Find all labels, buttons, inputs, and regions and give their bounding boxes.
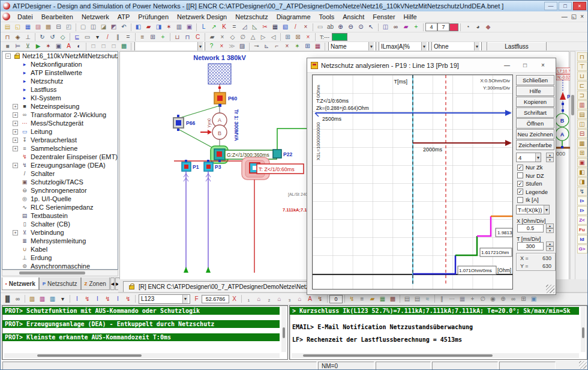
p22-device[interactable] (273, 150, 281, 158)
expander-icon[interactable]: + (13, 121, 18, 126)
sequence-matrix-icon[interactable]: ▩ (388, 294, 398, 303)
clean-up-icon[interactable]: ◆ (483, 23, 493, 32)
dim-zero-icon[interactable]: ∅ (478, 294, 488, 303)
open-icon[interactable]: ◱ (13, 23, 23, 32)
grid-k-icon[interactable]: ▧ (280, 23, 290, 32)
paste-icon[interactable]: ◪ (98, 23, 109, 32)
checkbox-legende[interactable]: ✓Legende (517, 188, 548, 196)
mdi-minimize-button[interactable]: — (562, 13, 568, 20)
lastfluss-button[interactable]: Lastfluss (487, 42, 547, 51)
window-grid-icon[interactable]: ◨ (154, 23, 164, 32)
checkbox-nur-zk[interactable]: ✓Nur Zk (517, 163, 548, 172)
zoom-out-icon[interactable]: ⊖ (346, 23, 356, 32)
tree-item-sammelschiene[interactable]: +≡Sammelschiene (2, 144, 118, 153)
new-sheet-icon[interactable]: ▢ (78, 23, 88, 32)
palette-device-9-icon[interactable]: ◨ (577, 177, 587, 186)
spark-icon[interactable]: ✶ (43, 42, 53, 51)
fault-phase-combo[interactable]: L123▾ (139, 294, 190, 304)
diagram-b-icon[interactable]: ◺ (250, 23, 260, 32)
expander-icon[interactable]: + (13, 163, 18, 168)
tree-item-textbaustein[interactable]: ▤Textbaustein (2, 211, 118, 220)
ground-tool-icon[interactable]: ⊥ (23, 32, 33, 41)
draw-line-icon[interactable]: / (103, 32, 113, 41)
diamond-tool-icon[interactable]: ◇ (227, 32, 238, 41)
box-3-icon[interactable]: □ (109, 42, 119, 51)
dim-target-icon[interactable]: ◉ (488, 294, 498, 303)
tree-item-netzschutz[interactable]: ▸Netzschutz (2, 77, 118, 85)
panel-icon[interactable]: ▥ (174, 23, 184, 32)
network-source-symbol[interactable] (208, 64, 231, 84)
menu-atp[interactable]: ATP (113, 12, 134, 22)
checkbox-box[interactable] (517, 172, 523, 178)
menu-hilfe[interactable]: Hilfe (400, 12, 421, 22)
mode-combo[interactable]: T=f(X(Ik)) ▾ (516, 205, 550, 214)
tree-item-schalter[interactable]: /Schalter (2, 169, 118, 178)
schliessen-button[interactable]: Schließen (516, 75, 554, 85)
tree-item-schalter-cb[interactable]: ▯Schalter (CB) (2, 220, 118, 228)
shape-menu-icon[interactable]: ▾ (92, 32, 103, 41)
pattern-box-icon[interactable]: ▩ (119, 42, 129, 51)
fault-3pol-icon[interactable]: ₃ (284, 294, 295, 303)
relay-ground-icon[interactable]: G> (577, 244, 587, 253)
diagram-a-icon[interactable]: ◿ (239, 23, 250, 32)
expander-icon[interactable]: + (13, 146, 18, 151)
mdi-restore-button[interactable]: ◱ (571, 13, 577, 20)
minimize-button[interactable]: — (544, 2, 557, 10)
pair-bars-icon[interactable]: ▐▌ (2, 294, 13, 303)
impedance-time-chart[interactable]: T[ms] X:0.5Ohm/Div Y:300ms/Div 0Ohm X1L=… (312, 74, 513, 290)
checkbox-box[interactable] (517, 197, 523, 203)
relay-fuse-icon[interactable]: Fu (577, 225, 587, 234)
kopieren-button[interactable]: Kopieren (516, 97, 554, 107)
tool-b-icon[interactable]: ✶ (292, 42, 302, 51)
fault-marker-icon[interactable]: F (191, 294, 202, 303)
checkbox-box[interactable]: ✓ (517, 165, 523, 171)
protection-menu-icon[interactable]: ▾ (58, 294, 68, 303)
device-tool-icon[interactable]: ◈ (13, 32, 23, 41)
polygon-tool-icon[interactable]: ◇ (58, 32, 68, 41)
tree-item-atp-einstellwerte[interactable]: ▸ATP Einstellwerte (2, 68, 118, 77)
zoom-in-icon[interactable]: ⊕ (335, 23, 346, 32)
mdi-close-button[interactable]: × (580, 13, 584, 20)
cut-net-icon[interactable]: ✂ (260, 23, 270, 32)
dropdown-arrow-icon[interactable]: ▾ (368, 42, 374, 50)
crosshair-icon[interactable]: + (411, 23, 421, 32)
help-run-icon[interactable]: ? (206, 42, 217, 51)
simulation-status-swatch[interactable] (332, 33, 347, 41)
remove-item-icon[interactable]: × (217, 32, 227, 41)
checkbox-nur-dz[interactable]: Nur DZ (517, 172, 548, 180)
relay-distance-icon[interactable]: Z< (577, 216, 587, 225)
tree-item-verbindung[interactable]: +⊻Verbindung (2, 228, 118, 237)
tree-item-leitung[interactable]: +▭Leitung (2, 127, 118, 136)
hilfe-button[interactable]: Hilfe (516, 86, 554, 96)
palette-device-5-icon[interactable]: ▦ (577, 139, 587, 148)
console-hscrollbar[interactable] (4, 353, 280, 358)
close-button[interactable]: × (573, 2, 586, 10)
tree-item-ki-system[interactable]: ▸KI-System (2, 94, 118, 102)
palette-device-4-icon[interactable]: ⊟ (577, 129, 587, 138)
trip-b-icon[interactable]: ↯ (103, 294, 113, 303)
t-div-field[interactable]: 300 (517, 242, 544, 250)
rotate-left-icon[interactable]: ◔ (463, 23, 473, 32)
protection-c-icon[interactable]: ▥ (47, 294, 58, 303)
expander-icon[interactable]: + (13, 230, 18, 235)
import-icon[interactable]: ▨ (33, 23, 43, 32)
print-preview-icon[interactable]: ◰ (64, 23, 74, 32)
undo-icon[interactable]: ↶ (119, 23, 129, 32)
palette-device-6-icon[interactable]: ⊞ (577, 148, 587, 157)
duplicate-icon[interactable]: ◩ (109, 23, 119, 32)
draw-color-swatch[interactable] (449, 23, 458, 31)
save-icon[interactable]: ▦ (23, 23, 33, 32)
palette-bus-2-icon[interactable]: ⊤ (577, 62, 587, 71)
find-device-icon[interactable]: ∞ (13, 294, 23, 303)
matrix-icon[interactable]: ▦ (270, 23, 280, 32)
dialog-titlebar[interactable]: Netzschutz analysieren - P19 : Line 13 [… (307, 58, 556, 73)
scroll-thumb[interactable] (283, 327, 285, 338)
add-grid-icon[interactable]: ⊞ (302, 42, 313, 51)
zoom-level-field[interactable]: 4 (425, 23, 437, 31)
tree-item-kabel[interactable]: ∪Kabel (2, 245, 118, 253)
expander-icon[interactable]: + (13, 104, 18, 109)
dim-box-icon[interactable]: ⊞ (518, 294, 529, 303)
panel-b-icon[interactable]: ▣ (53, 42, 64, 51)
triangle-left-icon[interactable]: ◁ (268, 32, 278, 41)
calculation-console[interactable]: > Kurzschluss Ik(L123 52.7%)=7.111kA;7.1… (289, 305, 587, 360)
